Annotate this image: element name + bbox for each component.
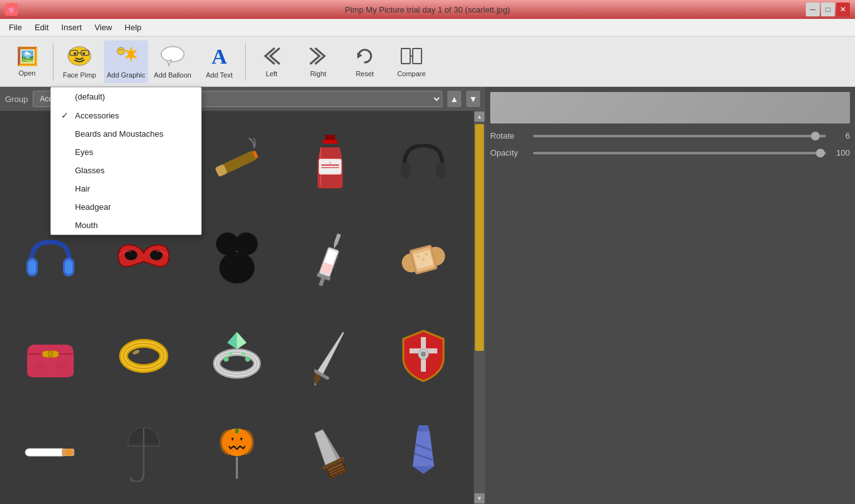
open-button[interactable]: 🖼️ Open — [5, 40, 49, 83]
dropdown-item-mouth[interactable]: Mouth — [51, 216, 201, 234]
list-item[interactable] — [193, 214, 281, 305]
svg-rect-27 — [401, 163, 411, 178]
svg-point-90 — [236, 430, 254, 455]
list-item[interactable] — [100, 310, 188, 401]
list-item[interactable] — [100, 406, 188, 498]
svg-marker-0 — [6, 4, 16, 14]
open-icon: 🖼️ — [16, 46, 38, 67]
scrollbar-thumb[interactable] — [475, 124, 484, 351]
svg-rect-38 — [334, 234, 341, 244]
left-button[interactable]: Left — [250, 40, 294, 83]
list-item[interactable]: + — [286, 117, 374, 209]
face-pimp-icon — [67, 45, 92, 69]
dropdown-item-hair[interactable]: Hair — [51, 180, 201, 198]
close-button[interactable]: ✕ — [836, 3, 850, 16]
svg-text:GG: GG — [57, 362, 68, 370]
reset-button[interactable]: Reset — [343, 40, 387, 83]
svg-text:GG: GG — [35, 362, 46, 370]
menu-help[interactable]: Help — [118, 20, 148, 35]
right-panel: Rotate 6 Opacity 100 — [485, 87, 855, 504]
dropdown-item-default[interactable]: (default) — [51, 88, 201, 106]
opacity-value: 100 — [831, 148, 850, 158]
image-preview — [490, 92, 850, 123]
reset-icon — [353, 46, 376, 67]
minimize-button[interactable]: ─ — [806, 3, 820, 16]
opacity-thumb[interactable] — [816, 149, 825, 158]
svg-point-11 — [161, 47, 184, 62]
menu-view[interactable]: View — [88, 20, 118, 35]
list-item[interactable] — [286, 214, 374, 305]
rotate-thumb[interactable] — [811, 132, 820, 140]
svg-rect-14 — [401, 49, 410, 64]
vertical-scrollbar[interactable]: ▲ ▼ — [474, 111, 485, 504]
category-dropdown: (default) ✓ Accessories Beards and Moust… — [50, 87, 202, 235]
svg-marker-68 — [227, 332, 237, 349]
scroll-down-arrow[interactable]: ▼ — [474, 493, 485, 503]
compare-button[interactable]: Compare — [389, 40, 433, 83]
scroll-down-button[interactable]: ▼ — [466, 91, 480, 107]
title-bar: Pimp My Picture trial day 1 of 30 (scarl… — [0, 0, 855, 19]
svg-point-80 — [421, 352, 426, 357]
svg-point-36 — [235, 232, 258, 255]
rotate-value: 6 — [831, 131, 850, 140]
list-item[interactable] — [379, 214, 468, 305]
window-controls: ─ □ ✕ — [806, 3, 850, 16]
window-title: Pimp My Picture trial day 1 of 30 (scarl… — [345, 5, 510, 14]
svg-point-56 — [48, 352, 53, 357]
list-item[interactable] — [193, 406, 281, 498]
face-pimp-button[interactable]: Face Pimp — [57, 40, 101, 83]
add-text-icon: A — [212, 45, 227, 69]
reset-label: Reset — [356, 70, 374, 77]
svg-point-69 — [224, 357, 229, 362]
add-text-button[interactable]: A Add Text — [197, 40, 241, 83]
app-logo — [5, 3, 18, 16]
svg-marker-73 — [317, 331, 346, 375]
svg-rect-93 — [235, 428, 239, 433]
dropdown-item-accessories[interactable]: ✓ Accessories — [51, 106, 201, 125]
svg-point-7 — [117, 47, 125, 55]
add-graphic-icon — [113, 45, 139, 69]
maximize-button[interactable]: □ — [821, 3, 835, 16]
scrollbar-track[interactable] — [474, 122, 485, 493]
list-item[interactable] — [6, 406, 95, 498]
add-balloon-button[interactable]: Add Balloon — [151, 40, 195, 83]
list-item[interactable] — [379, 310, 468, 401]
svg-point-8 — [122, 49, 123, 50]
svg-rect-15 — [413, 49, 422, 64]
svg-point-62 — [132, 349, 140, 355]
svg-point-72 — [241, 352, 245, 356]
menu-edit[interactable]: Edit — [28, 20, 55, 35]
add-text-label: Add Text — [206, 71, 233, 79]
list-item[interactable]: GG GG — [6, 310, 95, 401]
list-item[interactable] — [193, 310, 281, 401]
list-item[interactable] — [379, 406, 468, 498]
list-item[interactable] — [193, 117, 281, 209]
add-balloon-label: Add Balloon — [154, 71, 191, 79]
right-button[interactable]: Right — [296, 40, 340, 83]
dropdown-item-beards[interactable]: Beards and Moustaches — [51, 125, 201, 143]
separator — [53, 43, 54, 81]
menu-bar: File Edit Insert View Help — [0, 19, 855, 37]
dropdown-item-eyes[interactable]: Eyes — [51, 143, 201, 161]
dropdown-item-glasses[interactable]: Glasses — [51, 161, 201, 180]
list-item[interactable] — [379, 117, 468, 209]
list-item[interactable] — [286, 406, 374, 498]
svg-point-3 — [83, 52, 85, 55]
menu-file[interactable]: File — [3, 20, 28, 35]
rotate-control: Rotate 6 — [490, 131, 850, 140]
left-icon — [260, 46, 283, 67]
add-graphic-label: Add Graphic — [106, 71, 145, 79]
svg-point-70 — [245, 357, 250, 362]
menu-insert[interactable]: Insert — [55, 20, 88, 35]
scroll-up-arrow[interactable]: ▲ — [474, 112, 485, 122]
scroll-up-button[interactable]: ▲ — [447, 91, 461, 107]
dropdown-item-headgear[interactable]: Headgear — [51, 198, 201, 216]
rotate-slider[interactable] — [533, 135, 826, 137]
add-graphic-button[interactable]: Add Graphic — [104, 40, 148, 83]
svg-rect-28 — [436, 163, 446, 178]
opacity-slider[interactable] — [533, 152, 826, 154]
svg-rect-31 — [28, 260, 36, 274]
svg-point-71 — [229, 352, 232, 356]
list-item[interactable] — [286, 310, 374, 401]
open-label: Open — [19, 69, 36, 77]
